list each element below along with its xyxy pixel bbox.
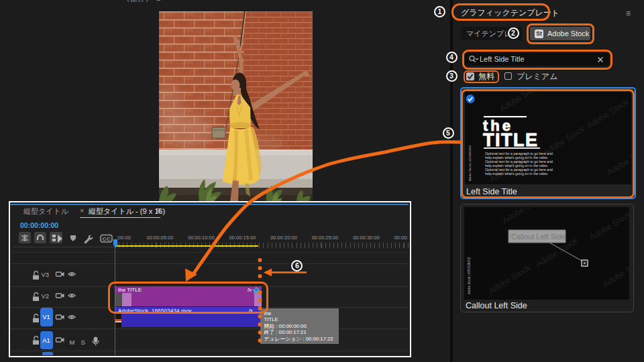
- svg-text:Callout Left Side: Callout Left Side: [511, 233, 566, 241]
- svg-text:V3: V3: [42, 271, 50, 278]
- svg-text:S: S: [81, 339, 85, 346]
- svg-text:Adobe Stock: Adobe Stock: [601, 256, 629, 290]
- svg-text:CC: CC: [103, 235, 111, 241]
- svg-text:V2: V2: [42, 292, 50, 300]
- svg-text:Adobe Stock: Adobe Stock: [487, 263, 533, 296]
- svg-text:Adobe Stock: Adobe Stock: [500, 207, 546, 226]
- svg-text:Adobe Stock | #357934372: Adobe Stock | #357934372: [468, 257, 471, 294]
- svg-text:M: M: [70, 339, 75, 346]
- svg-text:Adobe Stock: Adobe Stock: [588, 209, 629, 243]
